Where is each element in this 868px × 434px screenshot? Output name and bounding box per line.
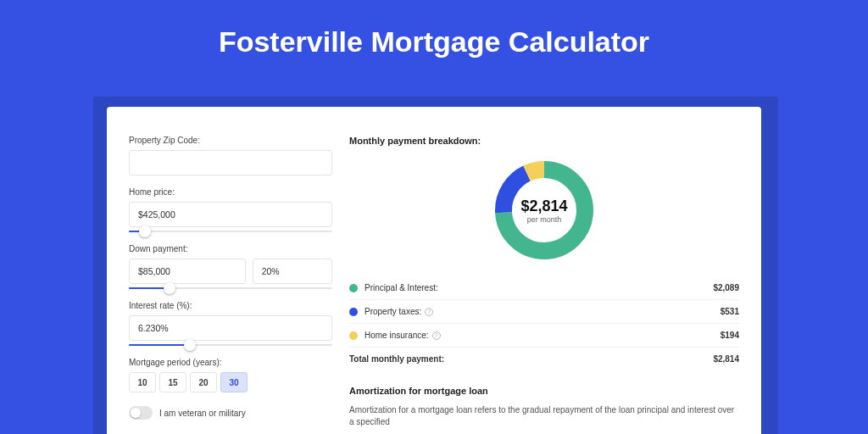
- period-btn-30[interactable]: 30: [220, 372, 248, 392]
- donut-chart: $2,814 per month: [349, 156, 739, 264]
- amortization-text: Amortization for a mortgage loan refers …: [349, 404, 739, 428]
- donut-center: $2,814 per month: [520, 198, 567, 224]
- legend-row-yellow: Home insurance: ?$194: [349, 324, 739, 348]
- home-price-field: Home price:: [129, 187, 332, 232]
- down-payment-label: Down payment:: [129, 244, 332, 253]
- amortization-title: Amortization for mortgage loan: [349, 386, 739, 396]
- breakdown-column: Monthly payment breakdown: $2,814 per mo…: [349, 136, 739, 434]
- donut-value: $2,814: [520, 198, 567, 215]
- veteran-toggle[interactable]: [129, 406, 153, 420]
- interest-rate-field: Interest rate (%):: [129, 301, 332, 346]
- info-icon[interactable]: ?: [432, 331, 441, 340]
- down-percent-input[interactable]: [253, 259, 332, 284]
- total-label: Total monthly payment:: [349, 354, 713, 364]
- veteran-row: I am veteran or military: [129, 406, 332, 420]
- interest-rate-label: Interest rate (%):: [129, 301, 332, 310]
- page-title: Fosterville Mortgage Calculator: [0, 0, 868, 58]
- legend-dot: [349, 331, 358, 340]
- home-price-input[interactable]: [129, 202, 332, 227]
- legend-label: Property taxes: ?: [364, 307, 721, 316]
- breakdown-title: Monthly payment breakdown:: [349, 136, 739, 146]
- home-price-slider[interactable]: [129, 231, 332, 232]
- legend-value: $194: [721, 331, 739, 340]
- info-icon[interactable]: ?: [425, 308, 433, 316]
- donut-sub: per month: [520, 215, 567, 224]
- legend-label: Home insurance: ?: [364, 331, 721, 340]
- interest-rate-slider[interactable]: [129, 344, 332, 346]
- legend-value: $2,089: [713, 283, 739, 292]
- slider-thumb[interactable]: [139, 225, 151, 237]
- period-field: Mortgage period (years): 10152030: [129, 358, 332, 392]
- legend-dot: [349, 308, 358, 316]
- calculator-card: Property Zip Code: Home price: Down paym…: [107, 107, 761, 434]
- legend-label: Principal & Interest:: [364, 283, 713, 292]
- toggle-knob: [131, 408, 141, 418]
- period-btn-20[interactable]: 20: [190, 372, 217, 392]
- zip-input[interactable]: [129, 150, 332, 175]
- legend-dot: [349, 284, 358, 292]
- down-payment-slider[interactable]: [129, 287, 332, 289]
- down-payment-field: Down payment:: [129, 244, 332, 289]
- down-amount-input[interactable]: [129, 259, 246, 284]
- veteran-label: I am veteran or military: [159, 409, 246, 418]
- interest-rate-input[interactable]: [129, 315, 332, 341]
- legend-row-green: Principal & Interest:$2,089: [349, 276, 739, 300]
- total-value: $2,814: [713, 354, 739, 364]
- legend-value: $531: [721, 307, 739, 316]
- period-label: Mortgage period (years):: [129, 358, 332, 367]
- slider-thumb[interactable]: [164, 282, 175, 294]
- home-price-label: Home price:: [129, 187, 332, 197]
- zip-label: Property Zip Code:: [129, 136, 332, 145]
- period-btn-15[interactable]: 15: [159, 372, 186, 392]
- slider-thumb[interactable]: [184, 339, 196, 351]
- legend-row-blue: Property taxes: ?$531: [349, 300, 739, 324]
- inputs-column: Property Zip Code: Home price: Down paym…: [129, 136, 332, 434]
- zip-field: Property Zip Code:: [129, 136, 332, 175]
- total-row: Total monthly payment: $2,814: [349, 348, 739, 370]
- period-btn-10[interactable]: 10: [129, 372, 156, 392]
